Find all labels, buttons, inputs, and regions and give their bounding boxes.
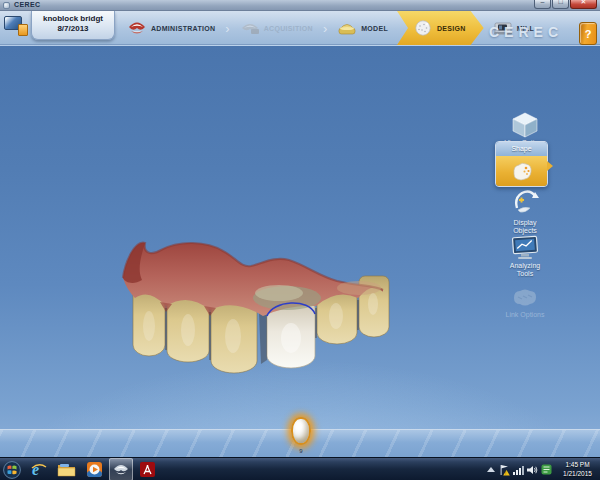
taskbar-adobe-reader[interactable] — [138, 460, 157, 479]
model-jaw-icon — [337, 19, 357, 37]
tab-label: ADMINISTRATION — [151, 25, 215, 32]
tray-app-status[interactable] — [541, 464, 552, 476]
tab-label: MODEL — [361, 25, 388, 32]
network-bars-icon — [513, 465, 524, 475]
phase-navigation: ADMINISTRATION › ACQUISITION › MODEL — [118, 11, 543, 45]
cerec-system-icon[interactable] — [4, 14, 28, 36]
clock-date: 1/21/2015 — [557, 470, 598, 479]
cube-icon — [510, 111, 540, 138]
design-tooth-icon — [413, 19, 433, 37]
3d-viewport: Shape View Options — [0, 45, 600, 457]
sidebar-item-label: Link Options — [501, 311, 549, 319]
tray-network[interactable] — [513, 464, 524, 476]
shape-tool-button[interactable] — [496, 156, 547, 186]
analyzing-monitor-icon — [510, 235, 540, 261]
sidebar-item-analyzing-tools[interactable]: Analyzing Tools — [501, 235, 549, 279]
cerec-application-window: CEREC – □ ✕ knoblock bridgt 8/7/2013 — [0, 0, 600, 480]
tab-design[interactable]: DESIGN — [397, 11, 484, 45]
window-app-icon — [3, 2, 10, 9]
taskbar-windows-explorer[interactable] — [57, 460, 76, 479]
svg-text:e: e — [32, 461, 39, 478]
sidebar-item-display-objects[interactable]: Display Objects — [501, 188, 549, 236]
patient-tab[interactable]: knoblock bridgt 8/7/2013 — [31, 11, 115, 40]
svg-text:!: ! — [505, 471, 506, 476]
dental-3d-model[interactable] — [115, 226, 395, 386]
media-player-icon — [86, 461, 103, 478]
status-app-icon — [541, 464, 552, 475]
chevron-up-icon — [487, 467, 495, 473]
taskbar-cerec-app[interactable] — [109, 458, 133, 480]
windows-orb-icon — [3, 461, 21, 479]
display-objects-icon — [510, 188, 540, 218]
maximize-button[interactable]: □ — [552, 0, 569, 9]
tab-model[interactable]: MODEL — [328, 11, 397, 45]
tooth-number-label: 9 — [291, 448, 311, 454]
minimize-button[interactable]: – — [534, 0, 551, 9]
restoration-tooth-button[interactable] — [291, 417, 311, 445]
phase-toolbar: knoblock bridgt 8/7/2013 ADMINISTRATION … — [0, 11, 600, 45]
folder-icon — [57, 462, 76, 478]
sidebar-item-label: Analyzing Tools — [501, 262, 549, 279]
document-icon — [18, 24, 28, 36]
tray-volume[interactable] — [527, 464, 538, 476]
taskbar-internet-explorer[interactable]: e — [29, 460, 48, 479]
taskbar-clock[interactable]: 1:45 PM 1/21/2015 — [555, 461, 598, 479]
internet-explorer-icon: e — [30, 461, 48, 479]
patient-date: 8/7/2013 — [32, 24, 114, 33]
tab-acquisition[interactable]: ACQUISITION — [231, 11, 322, 45]
taskbar-media-player[interactable] — [85, 460, 104, 479]
tab-administration[interactable]: ADMINISTRATION — [118, 11, 224, 45]
speaker-icon — [527, 465, 538, 475]
link-options-icon — [510, 286, 540, 310]
close-button[interactable]: ✕ — [570, 0, 597, 9]
shape-tool-panel[interactable]: Shape — [495, 141, 548, 187]
tray-action-center[interactable]: ! — [499, 464, 510, 476]
tab-label: DESIGN — [437, 25, 466, 32]
cerec-denture-icon — [112, 462, 130, 477]
tab-label: ACQUISITION — [264, 25, 313, 32]
sidebar-item-label: Display Objects — [501, 219, 549, 236]
sidebar-item-link-options[interactable]: Link Options — [501, 286, 549, 319]
system-tray: ! 1:45 — [485, 458, 600, 480]
flyout-arrow-icon — [547, 161, 553, 171]
start-button[interactable] — [2, 460, 21, 479]
cerec-logo: CEREC — [489, 24, 563, 40]
denture-icon — [127, 19, 147, 37]
help-button[interactable]: ? — [579, 22, 597, 45]
patient-name: knoblock bridgt — [32, 14, 114, 24]
clock-time: 1:45 PM — [557, 461, 598, 470]
camera-denture-icon — [240, 19, 260, 37]
tray-expand-button[interactable] — [485, 464, 496, 476]
shape-panel-title: Shape — [496, 142, 547, 156]
shape-tooth-icon — [509, 160, 535, 182]
window-title: CEREC — [14, 1, 41, 8]
adobe-reader-icon — [139, 461, 156, 478]
window-titlebar: CEREC – □ ✕ — [0, 0, 600, 11]
windows-taskbar: e — [0, 457, 600, 480]
flag-warning-icon: ! — [499, 464, 510, 476]
